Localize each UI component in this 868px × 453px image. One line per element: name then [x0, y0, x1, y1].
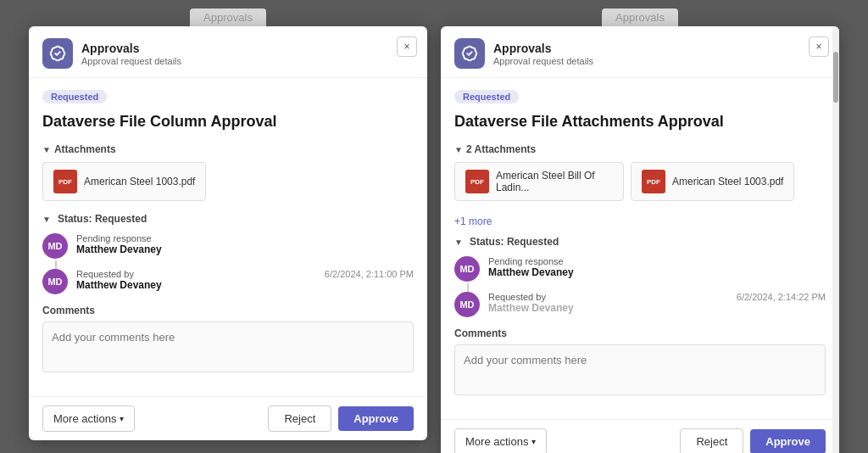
panel1-requested-label: Requested by — [76, 269, 316, 279]
panel2: Approvals Approval request details × Req… — [441, 26, 839, 453]
panel1-status-info-1: Pending response Matthew Devaney — [76, 233, 414, 255]
backdrop: Approvals Approvals Approval request det… — [0, 0, 868, 453]
panel1-pdf-icon-1: PDF — [53, 170, 77, 193]
panel2-avatar-2: MD — [454, 292, 480, 317]
panel1-requested-name: Matthew Devaney — [76, 279, 316, 291]
panel2-approval-title: Dataverse File Attachments Approval — [454, 112, 826, 131]
panel2-more-actions-chevron: ▾ — [531, 437, 536, 446]
panel2-requested-name: Matthew Devaney — [488, 302, 728, 314]
panel1-header-text: Approvals Approval request details — [81, 42, 414, 66]
panel1-body: Requested Dataverse File Column Approval… — [29, 78, 427, 396]
panel2-status-item-1: MD Pending response Matthew Devaney — [454, 256, 826, 282]
panel2-attachment-1[interactable]: PDF American Steel Bill Of Ladin... — [454, 162, 624, 201]
panel2-header-text: Approvals Approval request details — [493, 42, 826, 66]
panel1-attachments-grid: PDF American Steel 1003.pdf — [42, 162, 414, 201]
panel1-timestamp: 6/2/2024, 2:11:00 PM — [325, 269, 414, 279]
panel2-status-section: ▼ Status: Requested MD Pending response … — [454, 236, 826, 317]
panel1-attachment-1[interactable]: PDF American Steel 1003.pdf — [42, 162, 206, 201]
panel1-title: Approvals — [81, 42, 414, 55]
panel1-wrapper: Approvals Approvals Approval request det… — [29, 8, 427, 440]
panel1-status-section: ▼ Status: Requested MD Pending response … — [42, 213, 414, 294]
panel1-attachments-chevron: ▼ — [42, 145, 51, 154]
panel2-pending-label: Pending response — [488, 256, 826, 266]
panel1-more-actions-label: More actions — [53, 412, 116, 425]
panel1-avatar-2: MD — [42, 269, 68, 294]
panel1-subtitle: Approval request details — [81, 56, 414, 66]
panel1-status-item-2: MD Requested by Matthew Devaney 6/2/2024… — [42, 269, 414, 294]
panel2-more-actions-button[interactable]: More actions ▾ — [454, 428, 547, 453]
panel2-title: Approvals — [493, 42, 826, 55]
panel2-status-label: Status: Requested — [470, 236, 559, 248]
panel2-comments-input[interactable] — [454, 344, 826, 395]
panel2-pdf-icon-2: PDF — [642, 170, 665, 193]
panel2-wrapper: Approvals Approvals Approval request det… — [441, 8, 839, 453]
panel2-status-info-1: Pending response Matthew Devaney — [488, 256, 826, 278]
panel1-attachments-header[interactable]: ▼ Attachments — [42, 143, 414, 155]
panel1-comments-input[interactable] — [42, 322, 414, 372]
panel1-avatar-1: MD — [42, 233, 68, 259]
panel1-status-badge: Requested — [42, 90, 107, 103]
panel1-status-title: ▼ Status: Requested — [42, 213, 414, 225]
panel1-footer: More actions ▾ Reject Approve — [29, 396, 427, 440]
panel2-approve-button[interactable]: Approve — [750, 429, 826, 453]
panel2-attachment-1-name: American Steel Bill Of Ladin... — [496, 170, 613, 193]
panel1-more-actions-button[interactable]: More actions ▾ — [42, 405, 135, 432]
panel1-attachments-label: Attachments — [54, 143, 116, 155]
panel1-ghost-label: Approvals — [190, 8, 266, 26]
panel2-header: Approvals Approval request details × — [441, 26, 839, 78]
panel2-more-actions-label: More actions — [465, 435, 528, 448]
panel2-more-link[interactable]: +1 more — [454, 215, 492, 227]
panel1-status-info-2: Requested by Matthew Devaney — [76, 269, 316, 291]
panel2-attachments-label: 2 Attachments — [466, 143, 536, 155]
panel1-close-button[interactable]: × — [397, 36, 417, 57]
panel1-status-item-1: MD Pending response Matthew Devaney — [42, 233, 414, 259]
panel2-pending-name: Matthew Devaney — [488, 266, 826, 278]
panel2-attachments-header[interactable]: ▼ 2 Attachments — [454, 143, 826, 155]
panel2-status-title: ▼ Status: Requested — [454, 236, 826, 248]
panel2-status-badge: Requested — [454, 90, 519, 103]
approvals-icon — [48, 44, 67, 63]
panel2-body: Requested Dataverse File Attachments App… — [441, 78, 839, 419]
panel1-comments-section: Comments — [42, 305, 414, 376]
panel2-ghost-label: Approvals — [602, 8, 678, 26]
approvals-icon-2 — [460, 44, 479, 63]
panel1: Approvals Approval request details × Req… — [29, 26, 427, 440]
panel1-status-label: Status: Requested — [58, 213, 147, 225]
panel2-status-info-2: Requested by Matthew Devaney — [488, 292, 728, 314]
panel1-more-actions-chevron: ▾ — [120, 414, 124, 423]
panel2-timestamp: 6/2/2024, 2:14:22 PM — [737, 292, 826, 302]
panel1-attachment-1-name: American Steel 1003.pdf — [84, 176, 195, 187]
panel2-pdf-icon-1: PDF — [465, 170, 489, 193]
panel2-avatar-1: MD — [454, 256, 480, 282]
panel2-close-button[interactable]: × — [809, 36, 829, 57]
panel2-subtitle: Approval request details — [493, 56, 826, 66]
panel1-reject-button[interactable]: Reject — [268, 405, 331, 432]
panel1-header: Approvals Approval request details × — [29, 26, 427, 78]
panel2-scrollbar[interactable] — [832, 26, 839, 453]
panel2-reject-button[interactable]: Reject — [680, 428, 743, 453]
panel2-comments-section: Comments — [454, 327, 826, 399]
panel2-footer: More actions ▾ Reject Approve — [441, 419, 839, 453]
panel2-status-chevron: ▼ — [454, 238, 463, 247]
panel1-pending-label: Pending response — [76, 233, 414, 243]
panel2-status-item-2: MD Requested by Matthew Devaney 6/2/2024… — [454, 292, 826, 317]
panel2-scrollbar-thumb — [833, 52, 838, 103]
panel2-attachments-grid: PDF American Steel Bill Of Ladin... PDF … — [454, 162, 826, 201]
panel2-requested-label: Requested by — [488, 292, 728, 302]
panel1-status-chevron: ▼ — [42, 215, 51, 224]
panel2-attachment-2[interactable]: PDF American Steel 1003.pdf — [631, 162, 794, 201]
panel1-comments-label: Comments — [42, 305, 414, 316]
panel2-attachment-2-name: American Steel 1003.pdf — [672, 176, 783, 187]
panel2-comments-label: Comments — [454, 327, 826, 339]
panel2-app-icon — [454, 38, 485, 69]
panel1-app-icon — [42, 38, 73, 69]
panel1-approval-title: Dataverse File Column Approval — [42, 112, 414, 131]
panel1-pending-name: Matthew Devaney — [76, 243, 414, 255]
panel2-attachments-chevron: ▼ — [454, 145, 463, 154]
panel1-approve-button[interactable]: Approve — [338, 406, 414, 431]
